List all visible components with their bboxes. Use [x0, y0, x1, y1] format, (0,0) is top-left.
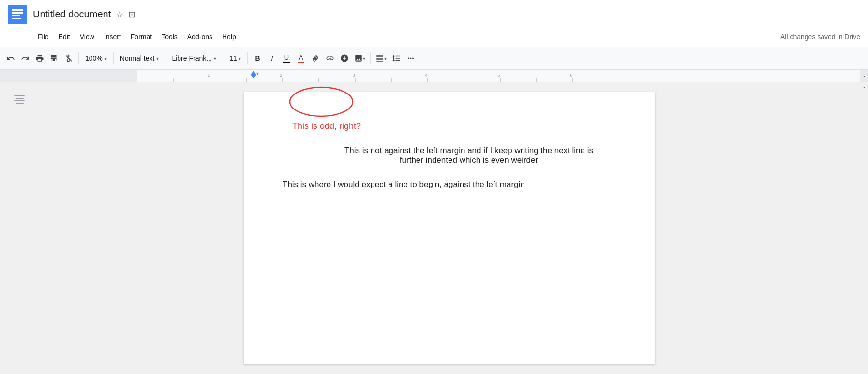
align-button[interactable]: ▾	[374, 51, 389, 65]
image-button[interactable]: ▾	[352, 51, 367, 65]
divider-2	[113, 52, 114, 64]
font-size-dropdown-arrow: ▾	[239, 56, 241, 61]
insert-comment-button[interactable]	[338, 51, 351, 65]
svg-text:4: 4	[425, 73, 427, 78]
ruler-scroll-arrow[interactable]	[860, 70, 868, 82]
zoom-selector[interactable]: 100% ▾	[82, 53, 110, 63]
move-icon[interactable]: ⊡	[128, 9, 135, 20]
indented-paragraph: This is not against the left margin and …	[283, 146, 616, 165]
divider-6	[370, 52, 371, 64]
ruler-gray-left	[0, 70, 137, 82]
svg-rect-1	[12, 9, 23, 11]
svg-text:2: 2	[280, 73, 282, 78]
highlight-button[interactable]	[309, 51, 322, 65]
image-dropdown-arrow: ▾	[363, 56, 365, 61]
font-label: Libre Frank...	[172, 54, 211, 62]
ruler-ticks: 1 2 3 4 5 6	[137, 70, 860, 82]
line-spacing-button[interactable]	[389, 51, 403, 65]
link-button[interactable]	[323, 51, 337, 65]
undo-button[interactable]	[4, 51, 17, 65]
document-scroll-area[interactable]: This is odd, right? This is not against …	[39, 82, 860, 374]
menu-bar: File Edit View Insert Format Tools Add-o…	[0, 29, 868, 47]
document-page: This is odd, right? This is not against …	[244, 92, 655, 364]
svg-rect-3	[12, 15, 20, 16]
app-logo	[8, 5, 27, 24]
paint-format-button[interactable]	[47, 51, 61, 65]
underline-button[interactable]: U	[280, 51, 293, 65]
align-dropdown-arrow: ▾	[384, 56, 387, 61]
font-size-selector[interactable]: 11 ▾	[226, 53, 245, 63]
main-area: This is odd, right? This is not against …	[0, 82, 868, 374]
divider-1	[78, 52, 79, 64]
zoom-level: 100%	[85, 54, 103, 62]
outline-toggle[interactable]	[12, 92, 27, 107]
svg-text:1: 1	[207, 73, 210, 78]
italic-button[interactable]: I	[265, 51, 279, 65]
ruler: ▾ 1 2 3 4 5 6	[0, 70, 868, 82]
star-icon[interactable]: ☆	[116, 9, 123, 20]
underline-color-indicator: U	[283, 54, 290, 63]
style-selector[interactable]: Normal text ▾	[117, 53, 163, 63]
print-button[interactable]	[33, 51, 46, 65]
divider-4	[223, 52, 223, 64]
ruler-main: ▾ 1 2 3 4 5 6	[137, 70, 860, 82]
menu-insert[interactable]: Insert	[100, 31, 125, 43]
divider-5	[247, 52, 248, 64]
svg-text:5: 5	[497, 73, 500, 78]
normal-paragraph: This is where I would expect a line to b…	[283, 180, 616, 189]
title-bar: Untitled document ☆ ⊡	[0, 0, 868, 29]
sidebar	[0, 82, 39, 374]
red-annotation-text: This is odd, right?	[283, 121, 616, 131]
menu-view[interactable]: View	[76, 31, 98, 43]
font-color-button[interactable]: A	[294, 51, 308, 65]
erase-format-button[interactable]	[62, 51, 75, 65]
right-scrollbar[interactable]	[860, 82, 868, 374]
changes-saved: All changes saved in Drive	[780, 33, 860, 41]
menu-help[interactable]: Help	[218, 31, 240, 43]
redo-button[interactable]	[18, 51, 32, 65]
annotation-circle	[287, 83, 355, 120]
style-dropdown-arrow: ▾	[156, 56, 159, 61]
svg-text:3: 3	[352, 73, 355, 78]
divider-3	[165, 52, 165, 64]
svg-text:6: 6	[570, 73, 572, 78]
menu-edit[interactable]: Edit	[55, 31, 74, 43]
zoom-dropdown-arrow: ▾	[105, 56, 107, 61]
svg-rect-2	[12, 12, 23, 14]
menu-addons[interactable]: Add-ons	[183, 31, 216, 43]
menu-format[interactable]: Format	[127, 31, 156, 43]
font-size-label: 11	[229, 54, 237, 62]
font-color-label: A	[299, 54, 303, 61]
document-title[interactable]: Untitled document	[33, 9, 111, 20]
font-dropdown-arrow: ▾	[214, 56, 216, 61]
more-options-button[interactable]	[404, 51, 418, 65]
font-selector[interactable]: Libre Frank... ▾	[168, 53, 219, 63]
title-actions: ☆ ⊡	[116, 9, 135, 20]
svg-point-23	[290, 87, 353, 116]
svg-rect-0	[8, 5, 27, 24]
menu-tools[interactable]: Tools	[158, 31, 181, 43]
menu-file[interactable]: File	[34, 31, 53, 43]
bold-button[interactable]: B	[251, 51, 264, 65]
toolbar: 100% ▾ Normal text ▾ Libre Frank... ▾ 11…	[0, 47, 868, 70]
svg-rect-4	[12, 18, 21, 19]
style-label: Normal text	[120, 54, 155, 62]
